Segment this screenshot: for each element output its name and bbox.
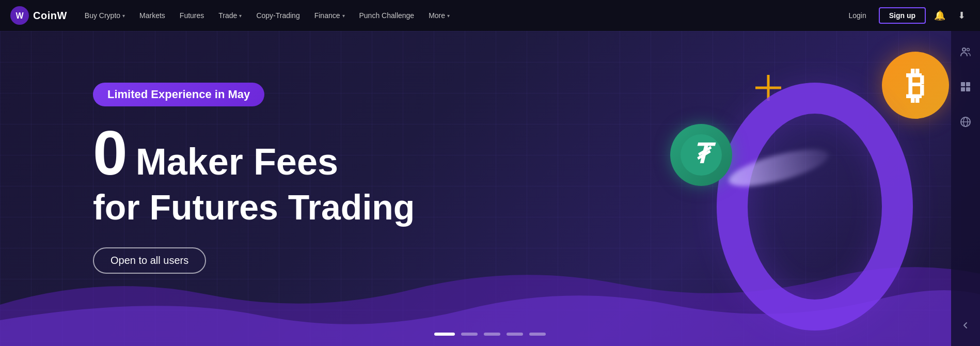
nav-item-trade[interactable]: Trade ▾ [213, 9, 247, 22]
nav-item-markets[interactable]: Markets [134, 9, 170, 22]
slider-dot-2[interactable] [461, 333, 478, 336]
slider-dot-1[interactable] [434, 333, 455, 336]
hero-content: Limited Experience in May 0 Maker Fees f… [93, 83, 415, 274]
apps-icon-btn[interactable] [955, 76, 976, 97]
open-to-all-button[interactable]: Open to all users [93, 247, 206, 274]
globe-icon [960, 116, 971, 128]
nav-item-copy-trading[interactable]: Copy-Trading [251, 9, 305, 22]
logo-text: CoinW [33, 10, 67, 22]
chevron-left-icon [961, 321, 970, 330]
nav-item-futures[interactable]: Futures [175, 9, 209, 22]
users-icon [959, 45, 972, 58]
bitcoin-icon: ₿ [882, 52, 949, 119]
svg-point-6 [962, 48, 966, 51]
hero-subtitle: for Futures Trading [93, 188, 415, 227]
globe-icon-btn[interactable] [955, 112, 976, 132]
svg-rect-10 [961, 87, 965, 91]
hero-title-zero: 0 [93, 122, 128, 184]
navbar: W CoinW Buy Crypto ▾ Markets Futures Tra… [0, 0, 980, 31]
nav-item-finance[interactable]: Finance ▾ [309, 9, 350, 22]
notification-button[interactable]: 🔔 [930, 8, 950, 23]
slider-dot-3[interactable] [484, 333, 500, 336]
login-button[interactable]: Login [840, 8, 874, 23]
chevron-down-icon: ▾ [342, 13, 345, 19]
logo-icon: W [10, 6, 29, 25]
svg-rect-11 [966, 87, 970, 91]
svg-point-7 [967, 49, 970, 51]
svg-rect-8 [961, 82, 965, 86]
logo[interactable]: W CoinW [10, 6, 67, 25]
hero-right-decorations: ₿ ₮ [515, 31, 980, 346]
download-button[interactable]: ⬇ [954, 8, 970, 23]
big-zero-ring [717, 83, 913, 331]
bell-icon: 🔔 [934, 10, 945, 21]
badge-pill: Limited Experience in May [93, 83, 264, 106]
tether-logo: ₮ [681, 134, 722, 176]
svg-rect-9 [966, 82, 970, 86]
signup-button[interactable]: Sign up [879, 7, 926, 24]
hero-title-main: Maker Fees [136, 143, 338, 180]
chevron-down-icon: ▾ [447, 13, 450, 19]
nav-item-buy-crypto[interactable]: Buy Crypto ▾ [80, 9, 130, 22]
tether-coin: ₮ [670, 124, 732, 186]
download-icon: ⬇ [958, 10, 966, 21]
slider-dot-5[interactable] [529, 333, 546, 336]
nav-item-more[interactable]: More ▾ [423, 9, 455, 22]
chevron-down-icon: ▾ [122, 13, 125, 19]
collapse-sidebar-button[interactable] [955, 315, 976, 336]
users-icon-btn[interactable] [955, 41, 976, 62]
slider-dots [434, 333, 546, 336]
svg-text:W: W [15, 11, 24, 20]
nav-item-punch-challenge[interactable]: Punch Challenge [354, 9, 420, 22]
sidebar-icons [951, 31, 980, 346]
hero-section: Limited Experience in May 0 Maker Fees f… [0, 31, 980, 346]
hero-title: 0 Maker Fees [93, 122, 415, 184]
chevron-down-icon: ▾ [239, 13, 242, 19]
apps-icon [960, 81, 971, 92]
slider-dot-4[interactable] [507, 333, 523, 336]
